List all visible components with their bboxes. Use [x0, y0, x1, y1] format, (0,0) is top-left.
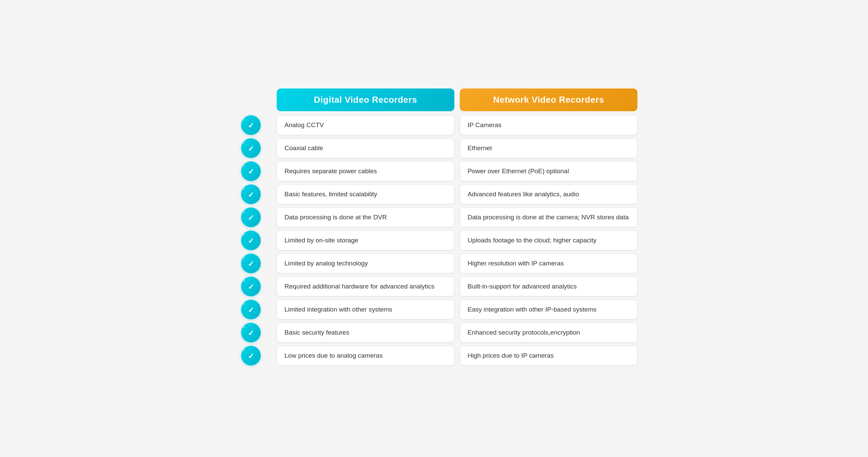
nvr-cell: Advanced features like analytics, audio: [460, 184, 637, 204]
icon-cell: [231, 277, 271, 296]
check-icon: [241, 115, 261, 135]
rows-container: Analog CCTVIP CamerasCoaxial cableEthern…: [231, 115, 637, 365]
table-row: Coaxial cableEthernet: [231, 138, 637, 158]
check-icon: [241, 300, 261, 319]
icon-cell: [231, 207, 271, 227]
comparison-table: Digital Video Recorders Network Video Re…: [231, 88, 637, 369]
icon-cell: [231, 254, 271, 273]
nvr-cell: Power over Ethernet (PoE) optional: [460, 161, 637, 181]
icon-cell: [231, 300, 271, 319]
icon-cell: [231, 184, 271, 204]
table-row: Required additional hardware for advance…: [231, 277, 637, 296]
dvr-cell: Data processing is done at the DVR: [277, 207, 454, 227]
nvr-cell: Built-in-support for advanced analytics: [460, 277, 637, 296]
dvr-cell: Analog CCTV: [277, 115, 454, 135]
table-row: Low prices due to analog camerasHigh pri…: [231, 346, 637, 365]
dvr-cell: Basic security features: [277, 323, 454, 342]
table-row: Data processing is done at the DVRData p…: [231, 207, 637, 227]
icon-cell: [231, 346, 271, 365]
nvr-cell: Higher resolution with IP cameras: [460, 254, 637, 273]
nvr-cell: High prices due to IP cameras: [460, 346, 637, 365]
nvr-cell: Uploads footage to the cloud; higher cap…: [460, 231, 637, 250]
dvr-cell: Basic features, limited scalability: [277, 184, 454, 204]
header-row: Digital Video Recorders Network Video Re…: [231, 88, 637, 111]
check-icon: [241, 277, 261, 296]
nvr-header: Network Video Recorders: [460, 88, 637, 111]
check-icon: [241, 138, 261, 158]
nvr-cell: Ethernet: [460, 138, 637, 158]
dvr-cell: Limited by analog technology: [277, 254, 454, 273]
table-row: Limited by on-site storageUploads footag…: [231, 231, 637, 250]
table-row: Requires separate power cablesPower over…: [231, 161, 637, 181]
table-row: Basic features, limited scalabilityAdvan…: [231, 184, 637, 204]
check-icon: [241, 161, 261, 181]
check-icon: [241, 231, 261, 250]
icon-cell: [231, 161, 271, 181]
icon-cell: [231, 138, 271, 158]
check-icon: [241, 254, 261, 273]
check-icon: [241, 346, 261, 365]
dvr-cell: Requires separate power cables: [277, 161, 454, 181]
icon-cell: [231, 231, 271, 250]
table-row: Limited integration with other systemsEa…: [231, 300, 637, 319]
icon-cell: [231, 323, 271, 342]
nvr-cell: Easy integration with other IP-based sys…: [460, 300, 637, 319]
nvr-cell: IP Cameras: [460, 115, 637, 135]
icon-cell: [231, 115, 271, 135]
header-spacer: [231, 88, 271, 111]
table-row: Analog CCTVIP Cameras: [231, 115, 637, 135]
table-row: Limited by analog technologyHigher resol…: [231, 254, 637, 273]
dvr-cell: Required additional hardware for advance…: [277, 277, 454, 296]
nvr-cell: Enhanced security protocols,encryption: [460, 323, 637, 342]
table-row: Basic security featuresEnhanced security…: [231, 323, 637, 342]
check-icon: [241, 207, 261, 227]
dvr-cell: Low prices due to analog cameras: [277, 346, 454, 365]
check-icon: [241, 184, 261, 204]
check-icon: [241, 323, 261, 342]
dvr-header: Digital Video Recorders: [277, 88, 454, 111]
dvr-cell: Limited by on-site storage: [277, 231, 454, 250]
nvr-cell: Data processing is done at the camera; N…: [460, 207, 637, 227]
dvr-cell: Limited integration with other systems: [277, 300, 454, 319]
dvr-cell: Coaxial cable: [277, 138, 454, 158]
